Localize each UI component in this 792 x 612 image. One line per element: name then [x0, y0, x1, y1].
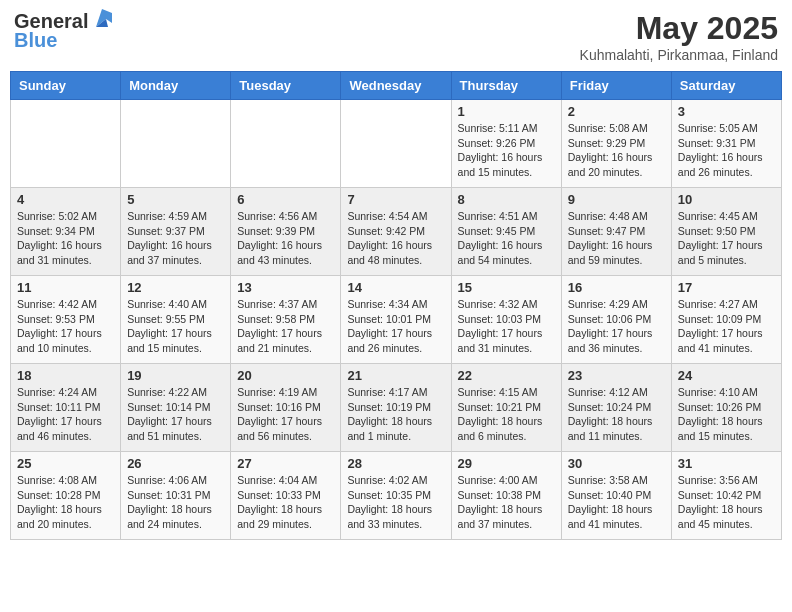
day-info: Sunrise: 4:22 AM Sunset: 10:14 PM Daylig…	[127, 385, 224, 444]
day-info: Sunrise: 5:08 AM Sunset: 9:29 PM Dayligh…	[568, 121, 665, 180]
day-cell: 22Sunrise: 4:15 AM Sunset: 10:21 PM Dayl…	[451, 364, 561, 452]
header-sunday: Sunday	[11, 72, 121, 100]
day-cell: 6Sunrise: 4:56 AM Sunset: 9:39 PM Daylig…	[231, 188, 341, 276]
logo: General Blue	[14, 10, 112, 52]
day-cell	[121, 100, 231, 188]
day-info: Sunrise: 4:51 AM Sunset: 9:45 PM Dayligh…	[458, 209, 555, 268]
day-cell: 11Sunrise: 4:42 AM Sunset: 9:53 PM Dayli…	[11, 276, 121, 364]
day-info: Sunrise: 4:19 AM Sunset: 10:16 PM Daylig…	[237, 385, 334, 444]
day-cell: 13Sunrise: 4:37 AM Sunset: 9:58 PM Dayli…	[231, 276, 341, 364]
day-number: 3	[678, 104, 775, 119]
day-number: 17	[678, 280, 775, 295]
day-cell: 8Sunrise: 4:51 AM Sunset: 9:45 PM Daylig…	[451, 188, 561, 276]
day-number: 24	[678, 368, 775, 383]
day-cell: 15Sunrise: 4:32 AM Sunset: 10:03 PM Dayl…	[451, 276, 561, 364]
day-number: 20	[237, 368, 334, 383]
week-row-3: 11Sunrise: 4:42 AM Sunset: 9:53 PM Dayli…	[11, 276, 782, 364]
day-number: 7	[347, 192, 444, 207]
day-info: Sunrise: 5:11 AM Sunset: 9:26 PM Dayligh…	[458, 121, 555, 180]
day-info: Sunrise: 4:59 AM Sunset: 9:37 PM Dayligh…	[127, 209, 224, 268]
header-monday: Monday	[121, 72, 231, 100]
day-cell: 9Sunrise: 4:48 AM Sunset: 9:47 PM Daylig…	[561, 188, 671, 276]
day-info: Sunrise: 5:02 AM Sunset: 9:34 PM Dayligh…	[17, 209, 114, 268]
day-cell: 4Sunrise: 5:02 AM Sunset: 9:34 PM Daylig…	[11, 188, 121, 276]
day-info: Sunrise: 4:00 AM Sunset: 10:38 PM Daylig…	[458, 473, 555, 532]
day-cell: 31Sunrise: 3:56 AM Sunset: 10:42 PM Dayl…	[671, 452, 781, 540]
day-cell: 24Sunrise: 4:10 AM Sunset: 10:26 PM Dayl…	[671, 364, 781, 452]
header-friday: Friday	[561, 72, 671, 100]
day-cell: 26Sunrise: 4:06 AM Sunset: 10:31 PM Dayl…	[121, 452, 231, 540]
title-block: May 2025 Kuhmalahti, Pirkanmaa, Finland	[580, 10, 778, 63]
week-row-2: 4Sunrise: 5:02 AM Sunset: 9:34 PM Daylig…	[11, 188, 782, 276]
day-number: 26	[127, 456, 224, 471]
day-number: 18	[17, 368, 114, 383]
week-row-4: 18Sunrise: 4:24 AM Sunset: 10:11 PM Dayl…	[11, 364, 782, 452]
day-number: 28	[347, 456, 444, 471]
day-cell: 1Sunrise: 5:11 AM Sunset: 9:26 PM Daylig…	[451, 100, 561, 188]
day-number: 31	[678, 456, 775, 471]
calendar-header-row: SundayMondayTuesdayWednesdayThursdayFrid…	[11, 72, 782, 100]
day-cell	[11, 100, 121, 188]
day-info: Sunrise: 4:02 AM Sunset: 10:35 PM Daylig…	[347, 473, 444, 532]
day-number: 15	[458, 280, 555, 295]
day-cell: 12Sunrise: 4:40 AM Sunset: 9:55 PM Dayli…	[121, 276, 231, 364]
day-info: Sunrise: 4:54 AM Sunset: 9:42 PM Dayligh…	[347, 209, 444, 268]
day-cell: 29Sunrise: 4:00 AM Sunset: 10:38 PM Dayl…	[451, 452, 561, 540]
day-cell	[341, 100, 451, 188]
day-info: Sunrise: 4:24 AM Sunset: 10:11 PM Daylig…	[17, 385, 114, 444]
day-cell: 27Sunrise: 4:04 AM Sunset: 10:33 PM Dayl…	[231, 452, 341, 540]
day-cell: 7Sunrise: 4:54 AM Sunset: 9:42 PM Daylig…	[341, 188, 451, 276]
day-number: 2	[568, 104, 665, 119]
day-info: Sunrise: 5:05 AM Sunset: 9:31 PM Dayligh…	[678, 121, 775, 180]
day-cell: 16Sunrise: 4:29 AM Sunset: 10:06 PM Dayl…	[561, 276, 671, 364]
day-info: Sunrise: 4:04 AM Sunset: 10:33 PM Daylig…	[237, 473, 334, 532]
header-thursday: Thursday	[451, 72, 561, 100]
day-number: 22	[458, 368, 555, 383]
day-cell: 14Sunrise: 4:34 AM Sunset: 10:01 PM Dayl…	[341, 276, 451, 364]
day-cell: 10Sunrise: 4:45 AM Sunset: 9:50 PM Dayli…	[671, 188, 781, 276]
day-info: Sunrise: 4:32 AM Sunset: 10:03 PM Daylig…	[458, 297, 555, 356]
logo-blue-text: Blue	[14, 29, 57, 52]
day-number: 5	[127, 192, 224, 207]
day-info: Sunrise: 4:27 AM Sunset: 10:09 PM Daylig…	[678, 297, 775, 356]
day-cell	[231, 100, 341, 188]
day-info: Sunrise: 4:42 AM Sunset: 9:53 PM Dayligh…	[17, 297, 114, 356]
day-cell: 17Sunrise: 4:27 AM Sunset: 10:09 PM Dayl…	[671, 276, 781, 364]
day-info: Sunrise: 4:06 AM Sunset: 10:31 PM Daylig…	[127, 473, 224, 532]
day-number: 11	[17, 280, 114, 295]
day-number: 13	[237, 280, 334, 295]
header-wednesday: Wednesday	[341, 72, 451, 100]
day-cell: 30Sunrise: 3:58 AM Sunset: 10:40 PM Dayl…	[561, 452, 671, 540]
day-number: 1	[458, 104, 555, 119]
day-number: 21	[347, 368, 444, 383]
day-cell: 25Sunrise: 4:08 AM Sunset: 10:28 PM Dayl…	[11, 452, 121, 540]
header-saturday: Saturday	[671, 72, 781, 100]
day-cell: 3Sunrise: 5:05 AM Sunset: 9:31 PM Daylig…	[671, 100, 781, 188]
day-number: 9	[568, 192, 665, 207]
day-info: Sunrise: 4:29 AM Sunset: 10:06 PM Daylig…	[568, 297, 665, 356]
day-cell: 21Sunrise: 4:17 AM Sunset: 10:19 PM Dayl…	[341, 364, 451, 452]
week-row-5: 25Sunrise: 4:08 AM Sunset: 10:28 PM Dayl…	[11, 452, 782, 540]
day-number: 30	[568, 456, 665, 471]
day-info: Sunrise: 4:56 AM Sunset: 9:39 PM Dayligh…	[237, 209, 334, 268]
day-info: Sunrise: 4:37 AM Sunset: 9:58 PM Dayligh…	[237, 297, 334, 356]
day-cell: 5Sunrise: 4:59 AM Sunset: 9:37 PM Daylig…	[121, 188, 231, 276]
logo-icon	[90, 9, 112, 31]
day-info: Sunrise: 3:56 AM Sunset: 10:42 PM Daylig…	[678, 473, 775, 532]
day-info: Sunrise: 4:10 AM Sunset: 10:26 PM Daylig…	[678, 385, 775, 444]
month-title: May 2025	[580, 10, 778, 47]
location-subtitle: Kuhmalahti, Pirkanmaa, Finland	[580, 47, 778, 63]
day-number: 27	[237, 456, 334, 471]
day-number: 25	[17, 456, 114, 471]
day-info: Sunrise: 4:40 AM Sunset: 9:55 PM Dayligh…	[127, 297, 224, 356]
day-cell: 20Sunrise: 4:19 AM Sunset: 10:16 PM Dayl…	[231, 364, 341, 452]
day-info: Sunrise: 4:34 AM Sunset: 10:01 PM Daylig…	[347, 297, 444, 356]
day-info: Sunrise: 4:12 AM Sunset: 10:24 PM Daylig…	[568, 385, 665, 444]
header-tuesday: Tuesday	[231, 72, 341, 100]
day-number: 8	[458, 192, 555, 207]
day-number: 12	[127, 280, 224, 295]
day-cell: 28Sunrise: 4:02 AM Sunset: 10:35 PM Dayl…	[341, 452, 451, 540]
day-info: Sunrise: 3:58 AM Sunset: 10:40 PM Daylig…	[568, 473, 665, 532]
day-number: 23	[568, 368, 665, 383]
day-number: 29	[458, 456, 555, 471]
